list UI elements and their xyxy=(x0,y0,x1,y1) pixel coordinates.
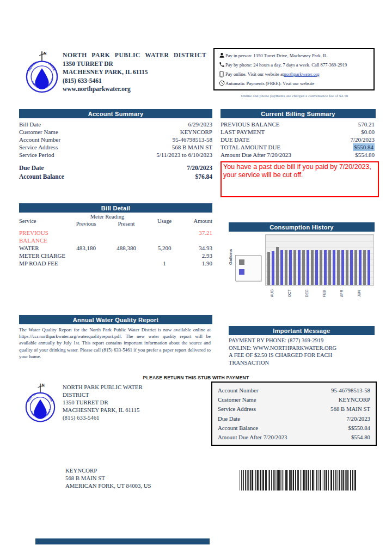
svg-text:N: N xyxy=(42,384,45,388)
barcode-bar xyxy=(297,470,299,491)
billing-row-previous-balance: PREVIOUS BALANCE 570.21 xyxy=(220,120,375,128)
barcode-bar xyxy=(341,470,342,491)
consumption-bar xyxy=(341,250,344,285)
cell-usage xyxy=(148,252,181,259)
pay-online-link[interactable]: northparkwater.org xyxy=(284,71,319,77)
barcode-bar xyxy=(339,470,340,491)
barcode-bar xyxy=(304,470,305,491)
summary-row-account-number: Account Number 95-46798513-58 xyxy=(19,136,212,143)
table-row: MP ROAD FEE 1 1.90 xyxy=(19,259,212,267)
water-quality-body: The Water Quality Report for the North P… xyxy=(19,326,211,360)
barcode-bar xyxy=(326,470,327,491)
row-value: $76.84 xyxy=(195,173,212,180)
barcode-bar xyxy=(285,470,287,491)
consumption-bar xyxy=(276,247,279,285)
pay-in-person-row: Pay in person: 1350 Turret Drive, Maches… xyxy=(218,51,370,60)
chart-x-axis-labels: AUGOCTDECFEBAPRJUN xyxy=(265,287,373,300)
return-stub-note: PLEASE RETURN THIS STUB WITH PAYMENT xyxy=(0,375,392,380)
barcode-bar xyxy=(312,470,314,491)
pay-online-row: Pay online. Visit our website at northpa… xyxy=(218,69,370,78)
cell-service: MP ROAD FEE xyxy=(19,259,67,267)
barcode-bar xyxy=(265,470,267,491)
stub-district-line: (815) 633-5461 xyxy=(63,414,143,421)
consumption-bar xyxy=(272,251,274,285)
table-row: METER CHARGE 2.93 xyxy=(19,252,212,259)
district-phone: (815) 633-5461 xyxy=(63,77,206,86)
billing-row-last-payment: LAST PAYMENT $0.00 xyxy=(220,128,375,136)
barcode-bar xyxy=(345,470,346,491)
table-row: Service Address 568 B MAIN ST xyxy=(218,404,370,414)
barcode-bar xyxy=(305,470,307,491)
consumption-bar xyxy=(267,252,270,285)
pay-by-phone-row: Pay by phone: 24 hours a day, 7 days a w… xyxy=(218,60,370,69)
row-value: $554.80 xyxy=(351,433,370,442)
col-amount: Amount xyxy=(181,218,212,224)
consumption-bar xyxy=(328,250,331,285)
bill-detail-header: Bill Detail xyxy=(19,203,212,213)
table-row: Due Date 7/20/2023 xyxy=(218,414,370,423)
col-usage: Usage xyxy=(148,218,181,224)
table-row: PREVIOUS BALANCE 37.21 xyxy=(19,229,212,244)
row-value: 7/20/2023 xyxy=(350,136,375,143)
consumption-history-header: Consumption History xyxy=(229,222,375,232)
consumption-bar xyxy=(337,250,340,285)
autopay-text: Automatic Payments (FREE): Visit our web… xyxy=(225,81,314,86)
table-row: Amount Due After 7/20/2023 $554.80 xyxy=(218,433,370,442)
chart-bars xyxy=(267,235,373,285)
row-label: Due Date xyxy=(19,164,44,172)
stub-account-table: Account Number 95-46798513-58 Customer N… xyxy=(211,382,377,446)
stub-district-address: NORTH PARK PUBLIC WATER DISTRICT 1350 TU… xyxy=(63,383,143,421)
cell-present: 488,380 xyxy=(105,244,148,252)
barcode-bar xyxy=(262,470,264,491)
table-row: Account Number 95-46798513-58 xyxy=(218,386,370,395)
cell-service: METER CHARGE xyxy=(19,252,67,259)
barcode-bar xyxy=(274,470,275,491)
barcode-bar xyxy=(240,470,240,491)
chart-y-axis-label: Gallons xyxy=(228,249,233,265)
cell-amount: 34.93 xyxy=(181,244,212,252)
cell-service: WATER xyxy=(19,244,67,252)
customer-mailing-address: KEYNCORP 568 B MAIN ST AMERICAN FORK, UT… xyxy=(65,467,151,489)
district-street: 1350 TURRET DR xyxy=(63,60,206,69)
consumption-bar xyxy=(280,250,283,285)
col-previous: Previous xyxy=(67,221,105,228)
barcode-bar xyxy=(269,470,270,491)
cell-previous xyxy=(67,229,105,244)
summary-row-service-address: Service Address 568 B MAIN ST xyxy=(19,143,212,151)
billing-row-due-after: Amount Due After 7/20/2023 $554.80 xyxy=(220,151,375,159)
row-value: 570.21 xyxy=(358,120,375,128)
barcode-bar xyxy=(282,470,283,491)
row-label: Bill Date xyxy=(19,120,41,128)
barcode-bar xyxy=(330,470,330,491)
stub-district-line: MACHESNEY PARK, IL 61115 xyxy=(63,406,143,414)
row-label: Customer Name xyxy=(19,128,58,136)
pay-online-text: Pay online. Visit our website at xyxy=(225,71,284,77)
bill-detail-title: Bill Detail xyxy=(101,205,130,211)
district-city: MACHESNEY PARK, IL 61115 xyxy=(63,68,206,77)
barcode-bar xyxy=(310,470,311,491)
barcode-bar xyxy=(300,470,301,491)
important-message-title: Important Message xyxy=(273,328,330,334)
consumption-bar xyxy=(367,250,370,285)
convenience-fee-note: Online and phone payments are charged a … xyxy=(213,94,376,98)
legend-swatch-current-period xyxy=(239,269,244,275)
row-value: 568 B MAIN ST xyxy=(330,404,370,414)
current-billing-header: Current Billing Summary xyxy=(220,109,376,118)
barcode-bar xyxy=(241,470,242,491)
cell-usage: 1 xyxy=(148,259,181,267)
barcode-bar xyxy=(278,470,279,491)
row-value: 95-46798513-58 xyxy=(331,386,370,395)
barcode-bar xyxy=(289,470,291,491)
mailing-line: AMERICAN FORK, UT 84003, US xyxy=(65,482,151,489)
chart-legend xyxy=(235,255,261,281)
barcode xyxy=(240,470,360,491)
cell-amount: 37.21 xyxy=(181,229,212,244)
consumption-bar xyxy=(307,250,309,285)
pay-in-person-text: Pay in person: 1350 Turret Drive, Maches… xyxy=(225,53,328,58)
consumption-bar xyxy=(354,250,357,285)
barcode-bar xyxy=(315,470,315,491)
summary-row-customer-name: Customer Name KEYNCORP xyxy=(19,128,212,136)
consumption-bar xyxy=(346,250,348,285)
barcode-bar xyxy=(271,470,272,491)
row-label: Due Date xyxy=(218,414,240,423)
